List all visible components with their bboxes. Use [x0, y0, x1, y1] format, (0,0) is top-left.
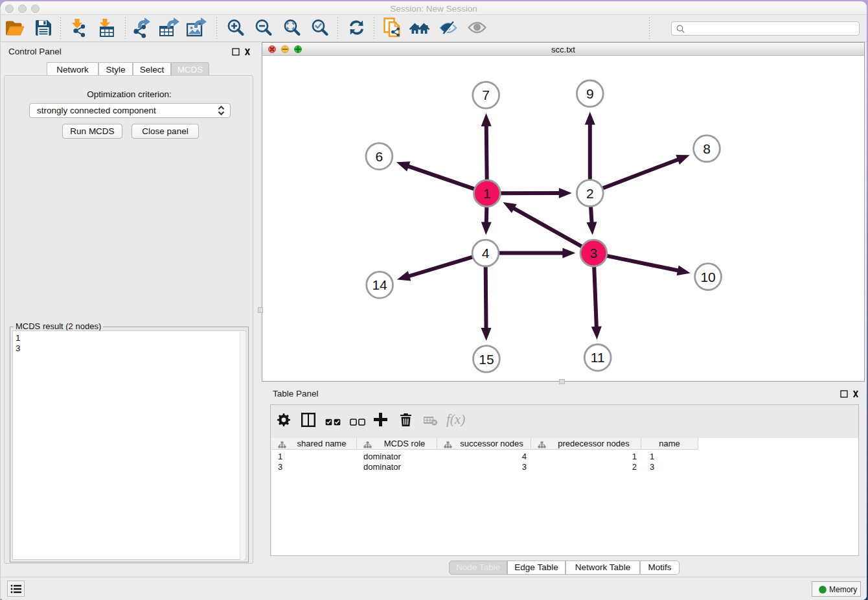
svg-text:7: 7 — [482, 87, 490, 102]
svg-text:15: 15 — [479, 352, 494, 367]
svg-text:4: 4 — [482, 246, 490, 260]
svg-text:2: 2 — [586, 186, 594, 201]
svg-text:14: 14 — [372, 277, 387, 292]
svg-text:1: 1 — [483, 186, 491, 201]
svg-text:9: 9 — [586, 86, 594, 101]
svg-text:8: 8 — [703, 141, 711, 156]
svg-text:6: 6 — [376, 149, 383, 164]
svg-text:10: 10 — [700, 270, 715, 284]
svg-text:11: 11 — [591, 350, 605, 365]
svg-text:3: 3 — [590, 246, 598, 260]
